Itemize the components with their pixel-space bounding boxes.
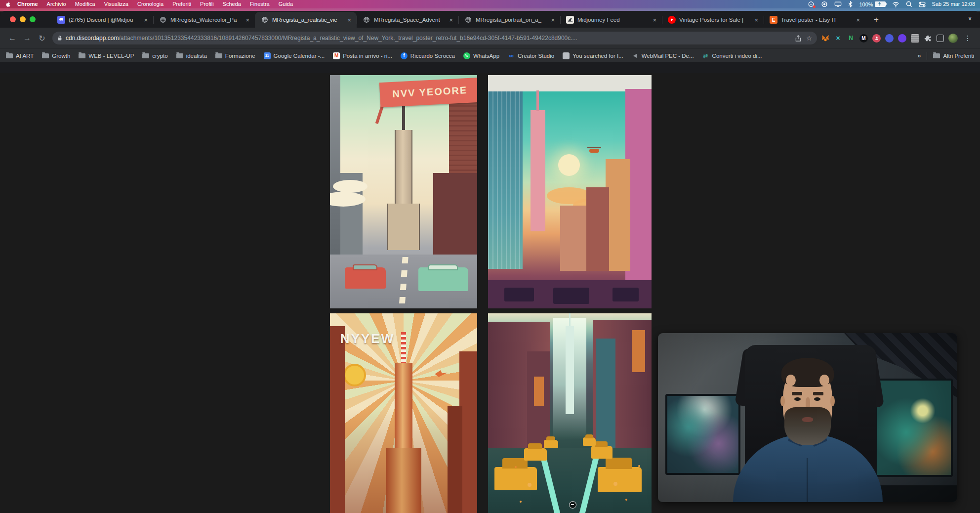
tabs: (2765) Discord | @Midjou × MRregista_Wat… <box>51 12 883 28</box>
window-square-icon[interactable] <box>937 35 944 42</box>
bookmark-star-icon[interactable]: ☆ <box>806 35 812 42</box>
battery-status[interactable]: 100% <box>859 1 885 7</box>
bookmark-gmail-inbox[interactable]: MPosta in arrivo - ri... <box>333 52 392 59</box>
menu-preferiti[interactable]: Preferiti <box>168 0 196 8</box>
new-tab-button[interactable]: + <box>869 12 883 28</box>
bookmark-folder-web-level-up[interactable]: WEB - LEVEL-UP <box>79 53 134 59</box>
poster-top-left[interactable]: NVV YEOORE <box>330 75 477 308</box>
tab-close-icon[interactable]: × <box>448 16 454 24</box>
bookmark-you-searched[interactable]: You searched for I... <box>563 52 623 59</box>
tab-realistic-view-active[interactable]: MRregista_a_realistic_vie × <box>255 12 357 28</box>
extension-grid-icon[interactable] <box>911 34 919 43</box>
tab-close-icon[interactable]: × <box>855 16 861 24</box>
tab-title: (2765) Discord | @Midjou <box>69 17 139 23</box>
battery-percent-label: 100% <box>859 1 873 7</box>
other-favorites-label: Altri Preferiti <box>943 53 974 59</box>
record-button-icon[interactable] <box>821 1 828 7</box>
tab-close-icon[interactable]: × <box>753 16 760 24</box>
chrome-menu-icon[interactable]: ⋮ <box>962 34 973 42</box>
extension-x-icon[interactable]: × <box>834 34 842 43</box>
etsy-favicon: E <box>770 16 777 24</box>
car <box>504 288 534 301</box>
empire-state-spire <box>402 104 405 132</box>
forward-button[interactable]: → <box>21 32 34 44</box>
close-window-button[interactable] <box>10 16 16 22</box>
bookmarks-overflow-chevron[interactable]: » <box>917 52 921 59</box>
menu-profili[interactable]: Profili <box>196 0 218 8</box>
metamask-icon[interactable] <box>821 34 829 43</box>
bookmark-folder-growth[interactable]: Growth <box>42 53 70 59</box>
bookmark-folder-crypto[interactable]: crypto <box>142 53 167 59</box>
bookmark-folder-idealista[interactable]: idealista <box>176 53 207 59</box>
spotlight-search-icon[interactable] <box>906 1 912 7</box>
tab-strip: (2765) Discord | @Midjou × MRregista_Wat… <box>0 11 980 28</box>
extension-blue-icon[interactable] <box>885 34 894 43</box>
converter-icon: ⇄ <box>702 52 709 59</box>
screen-recording-icon[interactable] <box>808 1 815 7</box>
bookmark-label: WebMail PEC - De... <box>642 53 694 59</box>
menu-app-name[interactable]: Chrome <box>13 0 42 8</box>
bookmark-folder-formazione[interactable]: Formazione <box>215 53 255 59</box>
bookmark-video-converter[interactable]: ⇄Converti i video di... <box>702 52 762 59</box>
bluetooth-icon[interactable] <box>848 1 853 7</box>
bookmark-whatsapp[interactable]: WhatsApp <box>463 52 499 59</box>
menu-bar-clock[interactable]: Sab 25 mar 12:08 <box>932 0 975 8</box>
menu-archivio[interactable]: Archivio <box>42 0 71 8</box>
extension-n-icon[interactable]: N <box>847 34 855 43</box>
bookmark-label: AI ART <box>16 53 34 59</box>
reload-button[interactable]: ↻ <box>36 32 48 44</box>
share-icon[interactable] <box>795 35 801 42</box>
extension-red-icon[interactable] <box>872 34 881 43</box>
tab-close-icon[interactable]: × <box>549 16 556 24</box>
zoom-out-cursor <box>569 501 576 509</box>
control-center-icon[interactable] <box>919 1 926 7</box>
tab-close-icon[interactable]: × <box>346 16 353 24</box>
tab-close-icon[interactable]: × <box>651 16 658 24</box>
tab-watercolor[interactable]: MRregista_Watercolor_Pa × <box>153 12 255 28</box>
back-button[interactable]: ← <box>6 32 19 44</box>
bookmark-facebook-profile[interactable]: fRiccardo Scrocca <box>401 52 455 59</box>
tab-vintage-posters[interactable]: Vintage Posters for Sale | × <box>662 12 764 28</box>
menu-modifica[interactable]: Modifica <box>71 0 100 8</box>
empire-state-building <box>566 326 574 415</box>
menu-cronologia[interactable]: Cronologia <box>133 0 168 8</box>
bookmark-folder-ai-art[interactable]: AI ART <box>6 53 34 59</box>
menu-guida[interactable]: Guida <box>274 0 297 8</box>
poster-bottom-right[interactable] <box>488 313 652 513</box>
tab-close-icon[interactable]: × <box>142 16 149 24</box>
gmail-icon: M <box>333 52 340 59</box>
minimize-window-button[interactable] <box>20 16 26 22</box>
poster-bottom-left[interactable]: NYYEW <box>330 313 477 513</box>
tab-discord[interactable]: (2765) Discord | @Midjou × <box>51 12 153 28</box>
display-icon[interactable] <box>834 1 842 7</box>
profile-avatar[interactable] <box>948 34 958 43</box>
bookmark-creator-studio[interactable]: ∞Creator Studio <box>508 52 554 59</box>
apple-logo-icon[interactable] <box>5 1 11 7</box>
poster-banner-text: NVV YEOORE <box>392 85 468 100</box>
building-silhouette <box>632 330 645 372</box>
tab-close-icon[interactable]: × <box>244 16 251 24</box>
poster-top-right[interactable] <box>488 75 652 308</box>
menu-scheda[interactable]: Scheda <box>218 0 245 8</box>
address-bar[interactable]: cdn.discordapp.com /attachments/10135123… <box>52 32 817 44</box>
extension-purple-icon[interactable] <box>898 34 906 43</box>
extension-m-icon[interactable]: M <box>859 34 868 43</box>
menu-visualizza[interactable]: Visualizza <box>100 0 133 8</box>
tab-search-chevron-icon[interactable]: ∨ <box>968 15 972 22</box>
tab-space-adventure[interactable]: MRregista_Space_Advent × <box>357 12 458 28</box>
taxi <box>598 467 642 492</box>
zoom-window-button[interactable] <box>30 16 36 22</box>
tab-etsy[interactable]: E Travel poster - Etsy IT × <box>764 12 865 28</box>
lock-icon[interactable] <box>57 35 62 42</box>
tab-title: Midjourney Feed <box>577 17 648 23</box>
facebook-icon: f <box>401 52 408 59</box>
menu-finestra[interactable]: Finestra <box>245 0 274 8</box>
tab-portrait[interactable]: MRregista_portrait_on_a_ × <box>458 12 560 28</box>
bookmark-webmail-pec[interactable]: WebMail PEC - De... <box>632 52 694 59</box>
bookmark-google-calendar[interactable]: 31Google Calendar -... <box>264 52 325 59</box>
other-favorites-folder[interactable]: Altri Preferiti <box>933 53 974 59</box>
url-path: /attachments/1013512335442333816/1089142… <box>119 35 577 42</box>
extensions-puzzle-icon[interactable] <box>924 34 932 43</box>
tab-midjourney-feed[interactable]: Midjourney Feed × <box>560 12 662 28</box>
wifi-icon[interactable] <box>892 1 899 7</box>
